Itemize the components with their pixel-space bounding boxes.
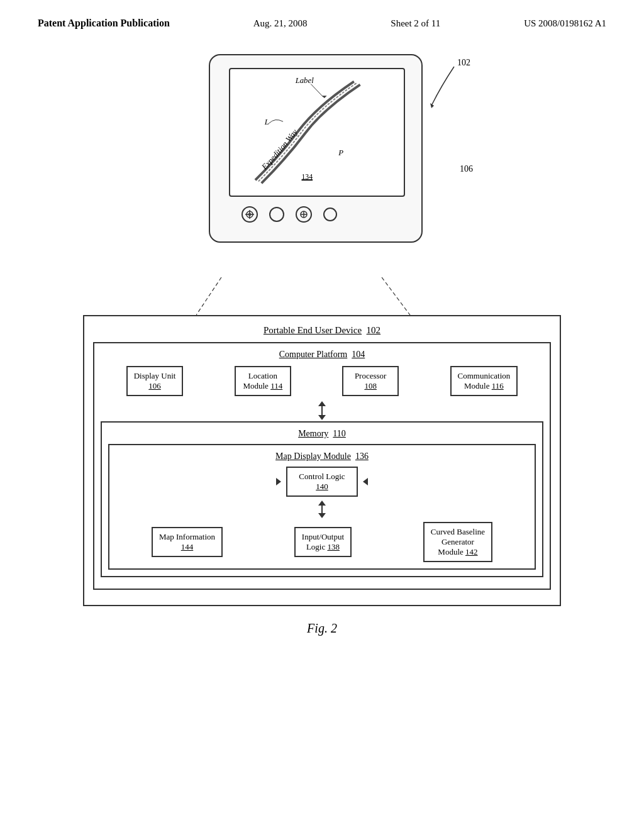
patent-header: Patent Application Publication Aug. 21, … [0,0,644,35]
computer-platform-box: Computer Platform 104 Display Unit 106 L… [93,342,551,590]
monitor-screen: Expedition Way Label L P 134 [229,68,405,197]
svg-text:Label: Label [295,76,314,85]
ref-106-label: 106 [460,164,473,174]
platform-title: Computer Platform 104 [101,350,543,360]
ref-102-label: 102 [423,54,473,94]
patent-number: US 2008/0198162 A1 [524,18,606,29]
processor-section: Processor 108 [342,366,399,396]
monitor-buttons [242,206,337,223]
svg-text:L: L [264,118,269,126]
btn-plus-circle[interactable] [296,206,312,223]
btn-crosshatch[interactable] [242,206,258,223]
svg-text:102: 102 [457,58,470,67]
processor-box: Processor 108 [342,366,399,396]
svg-line-4 [311,84,323,97]
communication-module-box: Communication Module 116 [450,366,518,396]
display-unit-box: Display Unit 106 [126,366,184,396]
bottom-row-modules: Map Information 144 Input/Output Logic 1… [116,522,528,562]
control-logic-box: Control Logic 140 [286,467,357,497]
portable-device-title: Portable End User Device 102 [93,325,551,336]
control-logic-row: Control Logic 140 [116,467,528,497]
control-logic-down-arrow [116,501,528,518]
svg-text:P: P [338,148,343,157]
svg-line-18 [382,277,410,315]
main-content: 102 106 Expedition [0,35,644,648]
curved-baseline-box: Curved Baseline Generator Module 142 [423,522,492,562]
monitor-body: Expedition Way Label L P 134 [209,54,423,243]
map-display-module: Map Display Module 136 Control Logic 140 [108,444,536,570]
top-row-units: Display Unit 106 Location Module 114 Pro… [101,366,543,396]
figure-caption: Fig. 2 [307,621,337,636]
map-display: Expedition Way Label L P 134 [230,69,404,196]
memory-title: Memory 110 [108,429,536,439]
arrow-to-control-right [363,467,368,497]
io-logic-box: Input/Output Logic 138 [294,527,352,557]
arrow-to-control-left [276,467,281,497]
btn-circle-1[interactable] [269,207,284,222]
svg-marker-5 [322,96,327,98]
svg-line-17 [196,277,221,315]
module-title: Map Display Module 136 [116,451,528,462]
processor-memory-arrow [101,401,543,420]
dashed-connector-lines [196,277,416,318]
patent-sheet: Sheet 2 of 11 [391,18,440,29]
device-illustration: 102 106 Expedition [171,48,473,280]
patent-date: Aug. 21, 2008 [253,18,308,29]
memory-box: Memory 110 Map Display Module 136 [101,421,543,577]
block-diagram: Portable End User Device 102 Computer Pl… [83,315,561,606]
location-module-box: Location Module 114 [235,366,291,396]
patent-title: Patent Application Publication [38,18,170,29]
btn-circle-2[interactable] [323,208,337,221]
map-info-box: Map Information 144 [152,527,223,557]
